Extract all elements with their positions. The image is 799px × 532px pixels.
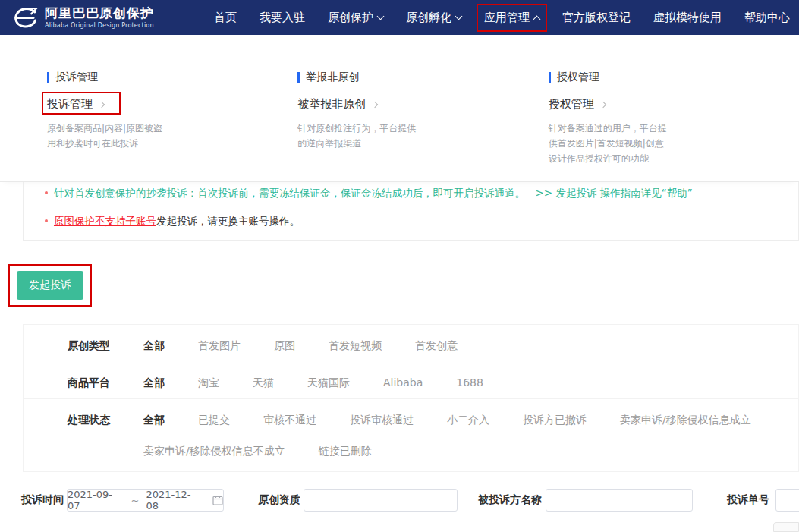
filter-options: 全部 淘宝 天猫 天猫国际 Alibaba 1688 — [143, 376, 788, 390]
nav-item-label: 应用管理 — [484, 11, 530, 25]
chevron-down-icon — [455, 12, 463, 20]
submit-button-wrap: 发起投诉 — [17, 271, 83, 300]
nav-item-label: 虚拟模特使用 — [653, 11, 722, 25]
filter-option[interactable]: 已提交 — [198, 413, 230, 427]
filter-option[interactable]: 首发短视频 — [329, 338, 382, 353]
calendar-icon — [212, 495, 223, 505]
nav-item-copyright-registration[interactable]: 官方版权登记 — [562, 11, 631, 25]
filter-option[interactable]: 卖家申诉/移除侵权信息不成立 — [143, 444, 285, 458]
nav-item-help-center[interactable]: 帮助中心 — [744, 11, 790, 25]
filter-option[interactable]: 全部 — [143, 376, 165, 390]
filter-option[interactable]: 天猫 — [253, 376, 274, 390]
dropdown-link-label: 被举报非原创 — [297, 97, 366, 112]
filter-option[interactable]: 首发图片 — [198, 338, 241, 353]
filter-row-label: 商品平台 — [68, 376, 143, 390]
authorization-management-link[interactable]: 授权管理 — [549, 97, 606, 112]
original-image-warning-link[interactable]: 原图保护不支持子账号 — [54, 215, 156, 227]
dropdown-col-authorization: 授权管理 授权管理 针对备案通过的用户，平台提供首发图片|首发短视频|创意设计作… — [549, 71, 799, 181]
filter-option[interactable]: 1688 — [456, 376, 483, 390]
dropdown-header: 举报非原创 — [297, 71, 548, 84]
dropdown-col-report: 举报非原创 被举报非原创 针对原创抢注行为，平台提供的逆向举报渠道 — [297, 71, 548, 181]
filter-option[interactable]: 首发创意 — [415, 338, 458, 353]
reported-non-original-link[interactable]: 被举报非原创 — [297, 97, 377, 112]
nav-item-home[interactable]: 首页 — [214, 11, 237, 25]
date-separator: ~ — [131, 495, 140, 506]
filter-row-original-type: 原创类型 全部 首发图片 原图 首发短视频 首发创意 — [24, 325, 798, 367]
submit-complaint-link[interactable]: >> 发起投诉 — [536, 187, 597, 199]
chevron-right-icon — [99, 101, 105, 107]
notice-text: 发起投诉，请更换主账号操作。 — [156, 215, 300, 227]
brand-title: 阿里巴巴原创保护 — [45, 6, 154, 21]
brand-subtitle: Alibaba Original Design Protection — [45, 22, 154, 29]
chevron-right-icon — [372, 101, 378, 107]
filter-option[interactable]: 审核不通过 — [263, 413, 316, 427]
main-nav: 首页 我要入驻 原创保护 原创孵化 应用管理 官方版权登记 虚拟模特使用 帮助中… — [214, 0, 790, 35]
dropdown-col-complaint: 投诉管理 投诉管理 原创备案商品|内容|原图被盗用和抄袭时可在此投诉 — [47, 71, 297, 181]
filter-option[interactable]: 原图 — [274, 338, 295, 353]
dropdown-link-label: 授权管理 — [549, 97, 594, 112]
dropdown-header: 授权管理 — [549, 71, 799, 84]
header-accent-bar — [549, 72, 551, 83]
dropdown-header-label: 授权管理 — [557, 71, 599, 84]
original-qualification-input[interactable] — [304, 489, 458, 512]
nav-item-virtual-model[interactable]: 虚拟模特使用 — [653, 11, 722, 25]
nav-item-label: 原创孵化 — [406, 11, 451, 25]
filter-row-label: 处理状态 — [68, 413, 143, 427]
respondent-name-input[interactable] — [546, 489, 693, 512]
dropdown-link-label: 投诉管理 — [47, 97, 93, 112]
complaint-order-input[interactable] — [775, 489, 799, 512]
date-from-value: 2021-09-07 — [68, 489, 124, 512]
nav-item-label: 原创保护 — [328, 11, 373, 25]
brand-logo-icon — [11, 7, 38, 28]
submit-complaint-button[interactable]: 发起投诉 — [17, 271, 83, 300]
top-nav: 阿里巴巴原创保护 Alibaba Original Design Protect… — [0, 0, 799, 35]
respondent-name-label: 被投诉方名称 — [478, 493, 542, 507]
partial-cutoff-element[interactable] — [773, 522, 799, 532]
filter-option[interactable]: 卖家申诉/移除侵权信息成立 — [620, 413, 751, 427]
filter-option[interactable]: 全部 — [143, 338, 165, 353]
dropdown-description: 原创备案商品|内容|原图被盗用和抄袭时可在此投诉 — [47, 121, 165, 151]
filter-option[interactable]: 全部 — [143, 413, 165, 427]
nav-item-label: 官方版权登记 — [562, 11, 631, 25]
nav-item-join[interactable]: 我要入驻 — [260, 11, 305, 25]
chevron-up-icon — [533, 15, 541, 23]
dropdown-header: 投诉管理 — [47, 71, 297, 84]
original-qualification-label: 原创资质 — [258, 493, 300, 507]
filter-option[interactable]: Alibaba — [383, 376, 423, 390]
notice-text: 针对首发创意保护的抄袭投诉：首次投诉前，需要冻结保证金，保证金冻结成功后，即可开… — [54, 187, 525, 199]
filter-option[interactable]: 天猫国际 — [307, 376, 350, 390]
nav-item-original-protection[interactable]: 原创保护 — [328, 11, 383, 25]
help-guide-link[interactable]: 操作指南详见“帮助” — [600, 187, 693, 199]
bullet-dot-icon — [45, 219, 48, 222]
header-accent-bar — [47, 72, 49, 83]
complaint-time-label: 投诉时间 — [21, 493, 64, 507]
notice-line-2: 原图保护不支持子账号发起投诉，请更换主账号操作。 — [45, 213, 798, 228]
chevron-right-icon — [599, 101, 606, 107]
dropdown-header-label: 举报非原创 — [306, 71, 359, 84]
filter-option[interactable]: 投诉审核通过 — [350, 413, 414, 427]
nav-item-label: 我要入驻 — [260, 11, 305, 25]
search-row: 投诉时间 2021-09-07 ~ 2021-12-08 原创资质 被投诉方名称… — [0, 489, 799, 512]
filter-options: 全部 首发图片 原图 首发短视频 首发创意 — [143, 338, 788, 353]
chevron-down-icon — [377, 12, 385, 20]
nav-item-label: 帮助中心 — [744, 11, 790, 25]
notice-box: 针对首发创意保护的抄袭投诉：首次投诉前，需要冻结保证金，保证金冻结成功后，即可开… — [23, 182, 799, 241]
dropdown-header-label: 投诉管理 — [55, 71, 98, 84]
bullet-dot-icon — [45, 191, 48, 194]
filter-row-label: 原创类型 — [68, 338, 143, 353]
page-content: 针对首发创意保护的抄袭投诉：首次投诉前，需要冻结保证金，保证金冻结成功后，即可开… — [0, 182, 799, 512]
filter-option[interactable]: 链接已删除 — [319, 444, 372, 458]
header-accent-bar — [297, 72, 300, 83]
complaint-management-link[interactable]: 投诉管理 — [47, 97, 104, 112]
complaint-date-range-picker[interactable]: 2021-09-07 ~ 2021-12-08 — [67, 489, 224, 512]
notice-line-1: 针对首发创意保护的抄袭投诉：首次投诉前，需要冻结保证金，保证金冻结成功后，即可开… — [45, 185, 798, 200]
brand[interactable]: 阿里巴巴原创保护 Alibaba Original Design Protect… — [11, 6, 154, 29]
complaint-order-label: 投诉单号 — [727, 493, 769, 507]
nav-item-label: 首页 — [214, 11, 237, 25]
filter-option[interactable]: 淘宝 — [198, 376, 219, 390]
filter-option[interactable]: 投诉方已撤诉 — [523, 413, 587, 427]
filter-option[interactable]: 小二介入 — [447, 413, 489, 427]
nav-item-app-management[interactable]: 应用管理 — [484, 11, 539, 25]
dropdown-description: 针对备案通过的用户，平台提供首发图片|首发短视频|创意设计作品授权许可的功能 — [549, 121, 667, 166]
nav-item-original-incubation[interactable]: 原创孵化 — [406, 11, 461, 25]
